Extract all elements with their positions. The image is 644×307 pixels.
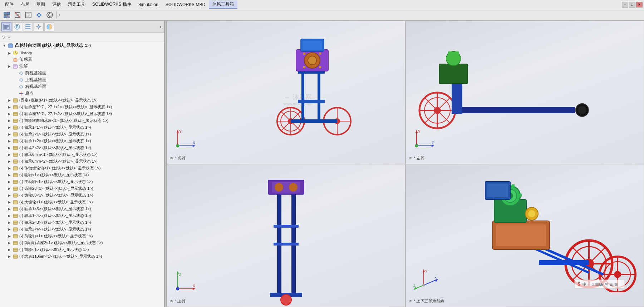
- svg-point-108: [304, 53, 320, 68]
- svg-rect-3: [7, 15, 10, 18]
- tree-item-component-18[interactable]: ▶ (-) 轴承2<3> (默认<<默认>_显示状态 1>): [0, 219, 164, 226]
- tree-item-component-4[interactable]: ▶ (-) 轴承1<1> (默认<<默认>_显示状态 1>): [0, 124, 164, 131]
- menu-sw-plugin[interactable]: SOLIDWORKS 插件: [89, 1, 135, 8]
- tree-root[interactable]: ▼ 凸轮转向动画 (默认 <默认_显示状态-1>): [0, 41, 164, 50]
- feature-manager-btn[interactable]: [1, 22, 11, 31]
- annotations-expander[interactable]: ▶: [7, 64, 11, 68]
- left-toolbar-more[interactable]: ›: [158, 24, 163, 30]
- appearance-manager-btn[interactable]: [44, 22, 54, 31]
- svg-text:Z: Z: [413, 284, 416, 287]
- svg-rect-155: [272, 182, 300, 193]
- svg-text:Y: Y: [425, 269, 427, 273]
- close-btn[interactable]: ✕: [636, 2, 643, 8]
- tree-item-component-16[interactable]: ▶ (-) 轴承1<3> (默认<<默认>_显示状态 1>): [0, 206, 164, 212]
- tree-item-origin[interactable]: 原点: [0, 90, 164, 97]
- tree-item-component-13[interactable]: ▶ (-) 齿轮28<1> (默认<<默认>_显示状态 1>): [0, 185, 164, 192]
- feature-tree[interactable]: ▼ 凸轮转向动画 (默认 <默认_显示状态-1>) ▶ History 传感器 …: [0, 41, 164, 307]
- svg-rect-191: [499, 194, 502, 197]
- svg-rect-60: [13, 139, 18, 143]
- svg-line-133: [425, 98, 450, 123]
- viewport-front: ← 沐风网 www.mfcad.com: [167, 21, 405, 164]
- menu-pinggu[interactable]: 评估: [49, 1, 64, 8]
- tree-item-component-0[interactable]: ▶ (固定) 底板8<1> (默认<<默认>_显示状态 1>): [0, 97, 164, 104]
- sensors-label: 传感器: [19, 57, 32, 62]
- main-toolbar: ›: [0, 9, 644, 21]
- svg-rect-82: [13, 214, 18, 218]
- tree-item-component-14[interactable]: ▶ (-) 齿轮80<1> (默认<<默认>_显示状态 1>): [0, 192, 164, 199]
- tree-item-component-12[interactable]: ▶ (-) 主动轴<1> (默认<<默认>_显示状态 1>): [0, 178, 164, 185]
- toolbar-more-arrow[interactable]: ›: [59, 13, 60, 17]
- toolbar-separator: [56, 11, 56, 19]
- menu-sifeng[interactable]: 沐风工具箱: [209, 0, 237, 9]
- insert-components-btn[interactable]: [2, 10, 12, 20]
- smart-fasteners-btn[interactable]: [45, 10, 55, 20]
- tree-item-component-5[interactable]: ▶ (-) 轴承2<1> (默认<<默认>_显示状态 1>): [0, 131, 164, 138]
- svg-point-97: [281, 111, 301, 131]
- svg-rect-139: [439, 64, 468, 84]
- move-component-btn[interactable]: [34, 10, 44, 20]
- tree-item-component-11[interactable]: ▶ (-) 轮轴<1> (默认<<默认>_显示状态 1>): [0, 172, 164, 178]
- svg-point-178: [614, 271, 621, 278]
- svg-text:X: X: [193, 141, 195, 145]
- svg-rect-2: [4, 15, 6, 18]
- root-expander[interactable]: ▼: [2, 44, 6, 48]
- svg-point-156: [275, 183, 283, 192]
- front-view-name: * 前视: [175, 155, 185, 161]
- tree-item-component-2[interactable]: ▶ (-) 轴承座79.7，27.1<2> (默认<<默认>_显示状态 1>): [0, 110, 164, 117]
- tree-item-history[interactable]: ▶ History: [0, 50, 164, 56]
- tree-item-component-23[interactable]: ▶ (-) 约束110mm<1> (默认<<默认>_显示状态 1>): [0, 253, 164, 260]
- menu-peijian[interactable]: 配件: [1, 1, 17, 8]
- top-view-name: * 上视: [175, 298, 185, 304]
- hide-show-btn[interactable]: [13, 10, 23, 20]
- svg-rect-189: [506, 184, 509, 187]
- tree-item-component-20[interactable]: ▶ (-) 前轮轴<1> (默认<<默认>_显示状态 1>): [0, 233, 164, 239]
- filter-icon: ▽: [2, 35, 5, 40]
- tree-item-annotations[interactable]: ▶ 注解: [0, 63, 164, 70]
- config-manager-btn[interactable]: [23, 22, 33, 31]
- tree-item-component-22[interactable]: ▶ (-) 前轮<1> (默认<<默认>_显示状态 1>): [0, 246, 164, 253]
- tree-item-component-10[interactable]: ▶ (-) 传动齿轮轴<1> (默认<<默认>_显示状态 1>): [0, 165, 164, 172]
- property-manager-btn[interactable]: P: [12, 22, 22, 31]
- history-expander[interactable]: ▶: [7, 51, 11, 55]
- tree-item-component-15[interactable]: ▶ (-) 大齿轮<1> (默认<<默认>_显示状态 1>): [0, 199, 164, 206]
- tree-item-right-plane[interactable]: 右视基准面: [0, 83, 164, 90]
- menu-buju[interactable]: 布局: [17, 1, 33, 8]
- tree-item-component-6[interactable]: ▶ (-) 轴承1<2> (默认<<默认>_显示状态 1>): [0, 138, 164, 144]
- component-properties-btn[interactable]: [23, 10, 33, 20]
- tree-item-front-plane[interactable]: 前视基准面: [0, 70, 164, 76]
- maximize-btn[interactable]: □: [629, 2, 635, 8]
- tree-item-component-1[interactable]: ▶ (-) 轴承座79.7，27.1<1> (默认<<默认>_显示状态 1>): [0, 104, 164, 110]
- tree-item-component-8[interactable]: ▶ (-) 轴承6mm<1> (默认<<默认>_显示状态 1>): [0, 151, 164, 158]
- svg-point-170: [572, 247, 606, 281]
- svg-point-195: [525, 207, 538, 220]
- menu-caotu[interactable]: 草图: [33, 1, 49, 8]
- svg-rect-160: [270, 293, 302, 297]
- tree-item-component-19[interactable]: ▶ (-) 轴承2<4> (默认<<默认>_显示状态 1>): [0, 226, 164, 233]
- svg-marker-146: [416, 130, 418, 133]
- tree-item-top-plane[interactable]: 上视基准面: [0, 76, 164, 83]
- front-view-eye-icon: 👁: [170, 156, 173, 160]
- viewport-top: X Z 👁 * 上视: [167, 164, 405, 307]
- svg-rect-92: [13, 248, 18, 252]
- tree-item-component-17[interactable]: ▶ (-) 轴承1<4> (默认<<默认>_显示状态 1>): [0, 212, 164, 219]
- svg-rect-103: [301, 71, 304, 121]
- feature-manager-tabs: P ›: [0, 21, 164, 33]
- tree-item-component-7[interactable]: ▶ (-) 轴承2<2> (默认<<默认>_显示状态 1>): [0, 144, 164, 151]
- svg-rect-183: [492, 221, 550, 249]
- menu-render[interactable]: 渲染工具: [64, 1, 89, 8]
- menu-sw-mbd[interactable]: SOLIDWORKS MBD: [162, 1, 209, 8]
- menu-simulation[interactable]: Simulation: [135, 1, 162, 8]
- svg-rect-72: [13, 180, 18, 184]
- svg-rect-50: [13, 105, 18, 109]
- svg-point-151: [415, 144, 418, 147]
- tree-item-component-21[interactable]: ▶ (-) 前轴轴承座2<1> (默认<<默认>_显示状态 1>): [0, 239, 164, 246]
- svg-rect-142: [455, 51, 459, 55]
- dm-manager-btn[interactable]: [34, 22, 44, 31]
- tree-item-component-9[interactable]: ▶ (-) 轴承6mm<2> (默认<<默认>_显示状态 1>): [0, 158, 164, 165]
- svg-point-169: [566, 241, 612, 287]
- svg-rect-52: [13, 112, 18, 116]
- tree-item-sensors[interactable]: 传感器: [0, 56, 164, 63]
- tree-item-component-3[interactable]: ▶ (-) 前轮转向轴承座<1> (默认<<默认>_显示状态 1>): [0, 117, 164, 124]
- minimize-btn[interactable]: ─: [622, 2, 628, 8]
- svg-text:✉: ✉: [605, 282, 608, 286]
